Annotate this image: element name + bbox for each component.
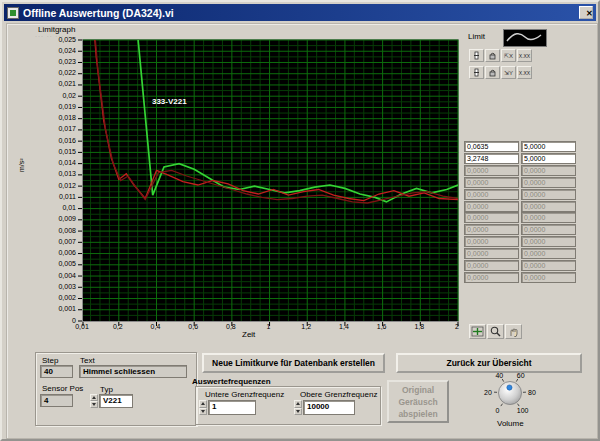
- upper-frequency-spinner[interactable]: [294, 400, 302, 415]
- y-tick-label: 0,012: [32, 182, 76, 189]
- y-tick-label: 0,002: [32, 294, 76, 301]
- step-label: Step: [42, 356, 58, 365]
- lower-frequency-field[interactable]: 1: [208, 400, 256, 415]
- x-scale-lock-icon[interactable]: [469, 49, 484, 62]
- y-autoscale-icon[interactable]: [485, 66, 500, 79]
- y-zoom-fit-icon[interactable]: ⇲Y: [501, 66, 516, 79]
- upper-freq-increment-icon[interactable]: [294, 400, 302, 408]
- y-tick-label: 0,013: [32, 170, 76, 177]
- x-tick-label: 2: [455, 323, 459, 330]
- limit-point-field: 0,0000: [521, 272, 576, 283]
- svg-text:⇲Y: ⇲Y: [504, 70, 513, 76]
- window-title: Offline Auswertung (DA324).vi: [23, 7, 174, 19]
- lower-frequency-control: 1: [199, 400, 256, 415]
- y-tick-label: 0,008: [32, 227, 76, 234]
- text-label: Text: [80, 356, 95, 365]
- svg-text:⇱X: ⇱X: [504, 53, 513, 59]
- limit-point-field: 0,0000: [521, 189, 576, 200]
- limit-point-field: 0,0000: [464, 165, 519, 176]
- play-original-line1: Original: [402, 385, 434, 395]
- volume-tick-label: 60: [517, 371, 525, 378]
- pan-icon[interactable]: [505, 324, 522, 339]
- limit-point-field[interactable]: 0,0635: [464, 141, 519, 152]
- title-bar[interactable]: Offline Auswertung (DA324).vi ✕: [4, 4, 596, 21]
- plot-legend-sample[interactable]: [503, 29, 547, 47]
- x-zoom-fit-icon[interactable]: ⇱X: [501, 49, 516, 62]
- sensor-pos-label: Sensor Pos: [42, 384, 83, 393]
- y-tick-label: 0,024: [32, 47, 76, 54]
- y-scale-lock-icon[interactable]: [469, 66, 484, 79]
- new-limit-curve-button[interactable]: Neue Limitkurve für Datenbank erstellen: [202, 353, 385, 373]
- play-original-button: Original Geräusch abspielen: [387, 380, 449, 423]
- limit-point-field: 0,0000: [521, 165, 576, 176]
- x-tick-label: 0,4: [151, 323, 161, 330]
- upper-frequency-control: 10000: [294, 400, 355, 415]
- lower-freq-decrement-icon[interactable]: [199, 408, 207, 416]
- limit-point-field: 0,0000: [521, 248, 576, 259]
- y-format-icon[interactable]: X.XX: [517, 66, 532, 79]
- y-tick-label: 0,004: [32, 272, 76, 279]
- y-tick-label: 0,014: [32, 159, 76, 166]
- limit-point-field: 0,0000: [464, 189, 519, 200]
- limit-point-field[interactable]: 5,0000: [521, 153, 576, 164]
- y-tick-label: 0,005: [32, 260, 76, 267]
- limit-point-field: 0,0000: [464, 272, 519, 283]
- y-tick-label: 0,011: [32, 193, 76, 200]
- y-tick-label: 0,001: [32, 305, 76, 312]
- y-tick-label: 0,022: [32, 69, 76, 76]
- x-tick-label: 0,2: [113, 323, 123, 330]
- upper-frequency-field[interactable]: 10000: [303, 400, 355, 415]
- upper-frequency-label: Obere Grenzfrequenz: [300, 390, 377, 399]
- typ-spinner[interactable]: [90, 394, 98, 408]
- x-axis-label: Zeit: [242, 330, 255, 339]
- x-format-icon[interactable]: X.XX: [517, 49, 532, 62]
- play-original-line3: abspielen: [398, 409, 437, 419]
- y-tick-label: 0,019: [32, 103, 76, 110]
- limit-curve-sample-icon: [504, 30, 544, 44]
- y-tick-label: 0,003: [32, 283, 76, 290]
- y-tick-label: 0: [32, 317, 76, 324]
- limit-point-field: 0,0000: [464, 260, 519, 271]
- sensor-pos-indicator: 4: [40, 394, 73, 407]
- cursor-move-icon[interactable]: [469, 324, 486, 339]
- x-autoscale-icon[interactable]: [485, 49, 500, 62]
- zoom-icon[interactable]: [487, 324, 504, 339]
- y-tick-label: 0,009: [32, 215, 76, 222]
- x-tick-label: 0,8: [226, 323, 236, 330]
- y-tick-label: 0,016: [32, 137, 76, 144]
- limit-point-field: 0,0000: [464, 236, 519, 247]
- volume-tick-label: 20: [484, 388, 492, 395]
- typ-label: Typ: [100, 385, 113, 394]
- plot-legend-label: Limit: [468, 32, 485, 41]
- y-tick-label: 0,018: [32, 114, 76, 121]
- plot-canvas: 333-V221: [83, 40, 458, 321]
- limit-graph-plot[interactable]: 333-V221: [82, 39, 459, 322]
- lower-frequency-spinner[interactable]: [199, 400, 207, 415]
- close-button[interactable]: ✕: [579, 6, 593, 19]
- limit-point-field: 0,0000: [464, 177, 519, 188]
- typ-control: V221: [90, 394, 133, 408]
- volume-tick-label: 0: [495, 407, 499, 414]
- x-tick-label: 0,01: [75, 323, 89, 330]
- volume-caption: Volume: [497, 419, 524, 428]
- typ-increment-icon[interactable]: [90, 394, 98, 401]
- limit-point-field[interactable]: 3,2748: [464, 153, 519, 164]
- frequency-group-title: Auswertefrequenzen: [192, 377, 271, 386]
- y-tick-label: 0,023: [32, 58, 76, 65]
- x-tick-label: 1,4: [339, 323, 349, 330]
- limit-point-field[interactable]: 5,0000: [521, 141, 576, 152]
- y-tick-label: 0,006: [32, 249, 76, 256]
- graph-palette: [469, 324, 523, 339]
- lower-freq-increment-icon[interactable]: [199, 400, 207, 408]
- y-scale-legend: ⇲Y X.XX: [469, 66, 533, 79]
- typ-field[interactable]: V221: [99, 394, 133, 408]
- app-icon: [7, 7, 19, 19]
- limit-point-field: 0,0000: [521, 260, 576, 271]
- volume-tick-label: 80: [528, 388, 536, 395]
- limit-point-field: 0,0000: [464, 212, 519, 223]
- y-tick-label: 0,02: [32, 92, 76, 99]
- typ-decrement-icon[interactable]: [90, 401, 98, 408]
- upper-freq-decrement-icon[interactable]: [294, 408, 302, 416]
- text-indicator: Himmel schliessen: [79, 365, 187, 378]
- step-indicator: 40: [40, 365, 73, 378]
